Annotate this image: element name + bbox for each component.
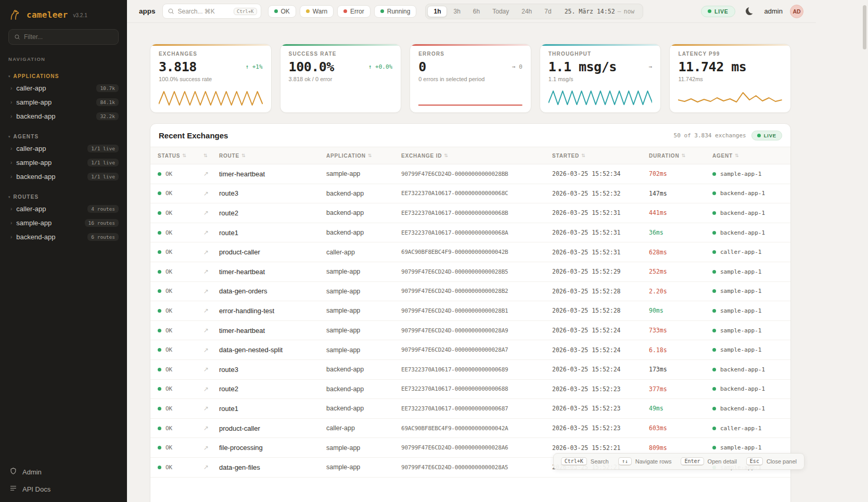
open-detail-icon[interactable]: ↗ <box>203 229 219 236</box>
table-row[interactable]: OK↗data-gen-nested-splitsample-app90799F… <box>150 340 790 360</box>
open-detail-icon[interactable]: ↗ <box>203 424 219 432</box>
column-header-route[interactable]: ROUTE⇅ <box>219 153 326 159</box>
sidebar-item-applications-caller-app[interactable]: ›caller-app10.7k <box>0 81 127 95</box>
filter-chip-warn[interactable]: Warn <box>300 5 334 18</box>
sidebar-section-header-agents[interactable]: ▾AGENTS <box>0 132 127 141</box>
table-row[interactable]: OK↗route2backend-appEE7322370A10617-0000… <box>150 203 790 223</box>
time-range-today[interactable]: Today <box>486 6 515 17</box>
open-detail-icon[interactable]: ↗ <box>203 288 219 295</box>
sidebar-item-agents-caller-app[interactable]: ›caller-app1/1 live <box>0 141 127 156</box>
hint-navigate-rows: ↑↓Navigate rows <box>618 457 672 466</box>
sidebar-filter[interactable] <box>8 29 119 45</box>
open-detail-icon[interactable]: ↗ <box>203 385 219 393</box>
started-cell: 2026-03-25 15:52:23 <box>552 405 649 412</box>
status-label: OK <box>165 405 172 412</box>
sidebar-item-routes-sample-app[interactable]: ›sample-app16 routes <box>0 216 127 230</box>
status-ok-dot-icon <box>158 250 161 254</box>
open-detail-icon[interactable]: ↗ <box>203 209 219 216</box>
time-range-1h[interactable]: 1h <box>427 6 447 17</box>
open-detail-icon[interactable]: ↗ <box>203 366 219 373</box>
table-row[interactable]: OK↗error-handling-testsample-app90799F47… <box>150 301 790 321</box>
sidebar-section-header-applications[interactable]: ▾APPLICATIONS <box>0 71 127 81</box>
column-header-status[interactable]: STATUS⇅ <box>158 153 203 159</box>
theme-toggle-button[interactable] <box>743 4 757 19</box>
column-header-duration[interactable]: DURATION⇅ <box>649 153 712 159</box>
table-row[interactable]: OK↗route2backend-appEE7322370A10617-0000… <box>150 380 790 400</box>
open-detail-icon[interactable]: ↗ <box>203 405 219 412</box>
open-detail-icon[interactable]: ↗ <box>203 327 219 334</box>
table-row[interactable]: OK↗route3backend-appEE7322370A10617-0000… <box>150 184 790 204</box>
filter-chip-label: Warn <box>313 8 327 15</box>
open-detail-icon[interactable]: ↗ <box>203 170 219 177</box>
table-row[interactable]: OK↗timer-heartbeatsample-app90799F47E6CD… <box>150 321 790 341</box>
sidebar-item-agents-backend-app[interactable]: ›backend-app1/1 live <box>0 170 127 184</box>
sidebar-footer-admin[interactable]: Admin <box>9 467 118 477</box>
avatar[interactable]: AD <box>790 5 803 18</box>
column-header-application[interactable]: APPLICATION⇅ <box>326 153 401 159</box>
open-detail-icon[interactable]: ↗ <box>203 307 219 314</box>
sidebar-item-routes-backend-app[interactable]: ›backend-app6 routes <box>0 230 127 244</box>
time-range-7d[interactable]: 7d <box>538 6 557 17</box>
status-ok-dot-icon <box>158 309 161 313</box>
open-detail-icon[interactable]: ↗ <box>203 444 219 452</box>
filter-chip-running[interactable]: Running <box>374 5 417 18</box>
column-header-exchange-id[interactable]: EXCHANGE ID⇅ <box>401 153 552 159</box>
table-row[interactable]: OK↗route1backend-appEE7322370A10617-0000… <box>150 223 790 243</box>
sidebar-item-agents-sample-app[interactable]: ›sample-app1/1 live <box>0 156 127 170</box>
column-header-started[interactable]: STARTED⇅ <box>552 153 649 159</box>
sidebar-item-applications-sample-app[interactable]: ›sample-app84.1k <box>0 95 127 109</box>
open-detail-icon[interactable]: ↗ <box>203 346 219 354</box>
hint-label: Navigate rows <box>635 458 672 465</box>
status-cell: OK <box>158 268 203 275</box>
sidebar-item-applications-backend-app[interactable]: ›backend-app32.2k <box>0 109 127 123</box>
table-row[interactable]: OK↗data-gen-orderssample-app90799F47E6CD… <box>150 282 790 302</box>
column-header-agent[interactable]: AGENT⇅ <box>712 153 783 159</box>
open-detail-icon[interactable]: ↗ <box>203 268 219 275</box>
open-detail-icon[interactable]: ↗ <box>203 190 219 197</box>
kpi-label: ERRORS <box>418 51 522 57</box>
table-row[interactable]: OK↗route1backend-appEE7322370A10617-0000… <box>150 399 790 419</box>
sidebar-section-routes: ▾ROUTES›caller-app4 routes›sample-app16 … <box>0 192 127 244</box>
global-search[interactable]: Ctrl+K <box>162 4 261 19</box>
kpi-value: 3.818 <box>159 59 197 74</box>
table-row[interactable]: OK↗timer-heartbeatsample-app90799F47E6CD… <box>150 262 790 282</box>
api-docs-icon <box>9 484 17 494</box>
table-row[interactable]: OK↗route3backend-appEE7322370A10617-0000… <box>150 360 790 380</box>
sidebar-filter-input[interactable] <box>24 33 113 41</box>
chevron-right-icon: › <box>10 100 12 105</box>
sidebar-item-label: caller-app <box>16 84 92 92</box>
application-cell: backend-app <box>326 405 401 412</box>
agent-status-dot-icon <box>712 446 716 449</box>
time-range-6h[interactable]: 6h <box>467 6 486 17</box>
filter-chip-ok[interactable]: OK <box>268 5 296 18</box>
table-row[interactable]: OK↗product-callercaller-app69AC90BF8EBC4… <box>150 419 790 439</box>
view-title-apps[interactable]: apps <box>139 7 156 15</box>
agent-status-dot-icon <box>712 387 716 391</box>
sidebar-item-routes-caller-app[interactable]: ›caller-app4 routes <box>0 202 127 216</box>
sidebar-section-applications: ▾APPLICATIONS›caller-app10.7k›sample-app… <box>0 71 127 123</box>
global-search-input[interactable] <box>178 8 230 15</box>
column-header-label: STARTED <box>552 153 579 159</box>
live-indicator[interactable]: LIVE <box>701 6 735 17</box>
filter-chip-error[interactable]: Error <box>337 5 371 18</box>
open-detail-icon[interactable]: ↗ <box>203 249 219 256</box>
agent-status-dot-icon <box>712 329 716 332</box>
scrollbar-thumb[interactable] <box>863 5 866 49</box>
sidebar-footer: AdminAPI Docs <box>0 462 127 502</box>
time-range-3h[interactable]: 3h <box>447 6 466 17</box>
time-range-24h[interactable]: 24h <box>515 6 538 17</box>
kpi-delta: → 0 <box>512 63 522 70</box>
kpi-accent-bar <box>410 44 531 46</box>
table-row[interactable]: OK↗timer-heartbeatsample-app90799F47E6CD… <box>150 164 790 184</box>
sidebar-footer-api-docs[interactable]: API Docs <box>9 484 118 494</box>
chevron-right-icon: › <box>10 114 12 119</box>
sort-icon: ⇅ <box>735 153 739 158</box>
table-row[interactable]: OK↗product-callercaller-app69AC90BF8EBC4… <box>150 242 790 262</box>
status-filter-chips: OKWarnErrorRunning <box>268 5 417 18</box>
open-detail-icon[interactable]: ↗ <box>203 464 219 471</box>
keyboard-hints-bar: Ctrl+KSearch↑↓Navigate rowsEnterOpen det… <box>553 453 805 470</box>
sidebar-section-header-routes[interactable]: ▾ROUTES <box>0 192 127 202</box>
hint-open-detail: EnterOpen detail <box>681 457 736 466</box>
agent-cell: backend-app-1 <box>712 405 783 412</box>
column-header-detail-icon[interactable]: ⇅ <box>203 153 219 158</box>
